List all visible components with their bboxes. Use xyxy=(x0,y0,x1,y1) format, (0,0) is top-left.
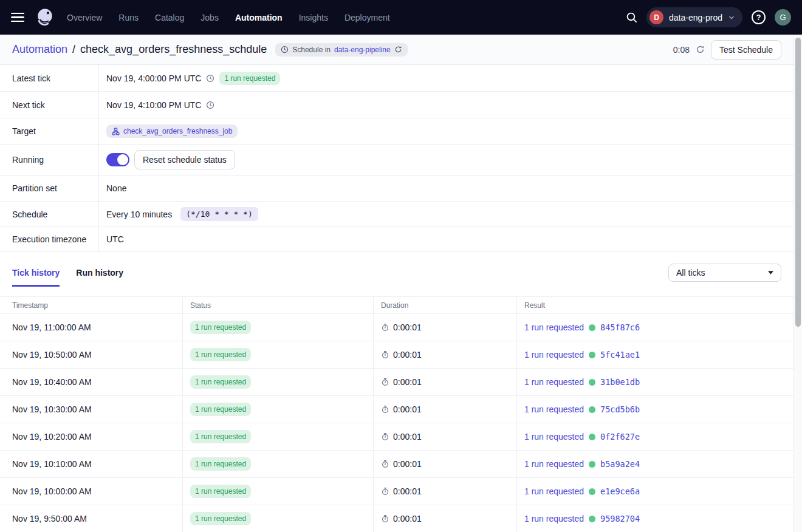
tab-run-history[interactable]: Run history xyxy=(76,268,123,287)
run-id-link[interactable]: 75cd5b6b xyxy=(600,404,640,414)
scrollbar-thumb[interactable] xyxy=(795,38,801,327)
runs-requested-link[interactable]: 1 run requested xyxy=(524,432,584,442)
latest-tick-time: Nov 19, 4:00:00 PM UTC xyxy=(106,73,201,83)
dagster-logo-icon[interactable] xyxy=(34,7,56,29)
schedule-badge-prefix: Schedule in xyxy=(292,46,331,54)
stopwatch-icon xyxy=(381,405,389,414)
runs-requested-link[interactable]: 1 run requested xyxy=(524,377,584,387)
avatar[interactable]: G xyxy=(775,9,791,26)
table-row: Nov 19, 11:00:00 AM 1 run requested 0:00… xyxy=(0,314,793,341)
nav-item-deployment[interactable]: Deployment xyxy=(344,13,390,22)
chevron-down-icon xyxy=(768,271,773,275)
tick-duration: 0:00:01 xyxy=(393,404,422,414)
reload-icon[interactable] xyxy=(394,46,402,53)
next-tick-time: Nov 19, 4:10:00 PM UTC xyxy=(106,100,201,110)
run-success-dot xyxy=(589,324,595,331)
help-icon[interactable]: ? xyxy=(752,10,766,24)
status-badge: 1 run requested xyxy=(190,457,251,471)
target-job-link[interactable]: check_avg_orders_freshness_job xyxy=(106,124,238,138)
table-row: Nov 19, 10:50:00 AM 1 run requested 0:00… xyxy=(0,341,793,369)
run-success-dot xyxy=(589,434,595,440)
detail-row-partition-set: Partition set None xyxy=(0,176,793,202)
table-row: Nov 19, 10:40:00 AM 1 run requested 0:00… xyxy=(0,369,793,396)
run-success-dot xyxy=(589,352,595,358)
header-right: 0:08 Test Schedule xyxy=(673,40,781,60)
runs-requested-link[interactable]: 1 run requested xyxy=(524,459,584,469)
workspace-badge: D xyxy=(649,10,663,24)
run-id-link[interactable]: 95982704 xyxy=(600,514,640,523)
tick-timestamp: Nov 19, 10:30:00 AM xyxy=(0,396,182,423)
nav-item-automation[interactable]: Automation xyxy=(235,13,283,22)
status-badge: 1 run requested xyxy=(219,72,280,85)
running-toggle[interactable] xyxy=(106,153,129,166)
detail-label: Target xyxy=(0,118,99,144)
status-badge: 1 run requested xyxy=(190,430,251,443)
nav-item-catalog[interactable]: Catalog xyxy=(155,13,184,22)
search-icon[interactable] xyxy=(626,12,637,23)
tick-duration: 0:00:01 xyxy=(393,514,422,523)
tick-filter-value: All ticks xyxy=(676,268,705,278)
run-id-link[interactable]: e1e9ce6a xyxy=(600,486,640,496)
nav-item-overview[interactable]: Overview xyxy=(67,13,102,22)
runs-requested-link[interactable]: 1 run requested xyxy=(524,350,584,360)
detail-row-latest-tick: Latest tick Nov 19, 4:00:00 PM UTC 1 run… xyxy=(0,65,793,92)
page-scrollbar[interactable] xyxy=(793,35,802,532)
pipeline-link[interactable]: data-eng-pipeline xyxy=(334,46,391,54)
status-badge: 1 run requested xyxy=(190,348,251,361)
tick-filter-select[interactable]: All ticks xyxy=(668,264,781,282)
nav-links: Overview Runs Catalog Jobs Automation In… xyxy=(67,13,390,22)
stopwatch-icon xyxy=(381,487,389,496)
hamburger-menu-icon[interactable] xyxy=(11,13,24,22)
stopwatch-icon xyxy=(381,432,389,441)
workspace-switcher[interactable]: D data-eng-prod xyxy=(646,7,742,27)
run-success-dot xyxy=(589,461,595,468)
runs-requested-link[interactable]: 1 run requested xyxy=(524,514,584,523)
status-badge: 1 run requested xyxy=(190,485,251,498)
run-id-link[interactable]: 0f2f627e xyxy=(600,432,640,442)
table-row: Nov 19, 10:20:00 AM 1 run requested 0:00… xyxy=(0,423,793,451)
page-title: check_avg_orders_freshness_schdule xyxy=(80,43,267,56)
detail-label: Schedule xyxy=(0,202,99,227)
refresh-icon[interactable] xyxy=(696,45,705,54)
nav-item-runs[interactable]: Runs xyxy=(118,13,139,22)
detail-row-schedule: Schedule Every 10 minutes (*/10 * * * *) xyxy=(0,202,793,227)
col-timestamp: Timestamp xyxy=(0,297,182,313)
col-status: Status xyxy=(182,297,373,313)
runs-requested-link[interactable]: 1 run requested xyxy=(524,486,584,496)
table-row: Nov 19, 9:50:00 AM 1 run requested 0:00:… xyxy=(0,505,793,532)
stopwatch-icon xyxy=(381,514,389,523)
refresh-countdown: 0:08 xyxy=(673,45,690,55)
detail-label: Partition set xyxy=(0,176,99,201)
schedule-details: Latest tick Nov 19, 4:00:00 PM UTC 1 run… xyxy=(0,65,793,252)
run-id-link[interactable]: 31b0e1db xyxy=(600,377,640,387)
nav-right: D data-eng-prod ? G xyxy=(626,7,791,27)
run-id-link[interactable]: 5fc41ae1 xyxy=(600,350,640,360)
clock-icon xyxy=(206,101,214,109)
breadcrumb-separator: / xyxy=(72,43,75,56)
nav-item-insights[interactable]: Insights xyxy=(299,13,328,22)
nav-item-jobs[interactable]: Jobs xyxy=(200,13,219,22)
runs-requested-link[interactable]: 1 run requested xyxy=(524,404,584,414)
page-header: Automation / check_avg_orders_freshness_… xyxy=(0,35,793,65)
breadcrumb-automation-link[interactable]: Automation xyxy=(12,43,67,56)
schedule-cadence: Every 10 minutes xyxy=(106,210,172,219)
detail-label: Execution timezone xyxy=(0,227,99,251)
reset-schedule-status-button[interactable]: Reset schedule status xyxy=(134,150,235,169)
detail-label: Latest tick xyxy=(0,65,99,91)
history-tabs: Tick history Run history All ticks xyxy=(0,252,793,287)
run-id-link[interactable]: b5a9a2e4 xyxy=(600,459,640,469)
tick-history-table: Timestamp Status Duration Result Nov 19,… xyxy=(0,296,793,532)
runs-requested-link[interactable]: 1 run requested xyxy=(524,322,584,332)
tick-duration: 0:00:01 xyxy=(393,432,422,442)
job-graph-icon xyxy=(112,128,120,135)
tab-tick-history[interactable]: Tick history xyxy=(12,268,60,287)
clock-icon xyxy=(206,74,214,83)
timezone-value: UTC xyxy=(106,234,124,244)
table-row: Nov 19, 10:30:00 AM 1 run requested 0:00… xyxy=(0,396,793,423)
test-schedule-button[interactable]: Test Schedule xyxy=(711,40,781,60)
detail-label: Running xyxy=(0,145,99,175)
tick-duration: 0:00:01 xyxy=(393,322,422,332)
run-id-link[interactable]: 845f87c6 xyxy=(600,322,640,332)
schedule-location-badge: Schedule in data-eng-pipeline xyxy=(275,43,407,56)
detail-row-execution-timezone: Execution timezone UTC xyxy=(0,227,793,252)
